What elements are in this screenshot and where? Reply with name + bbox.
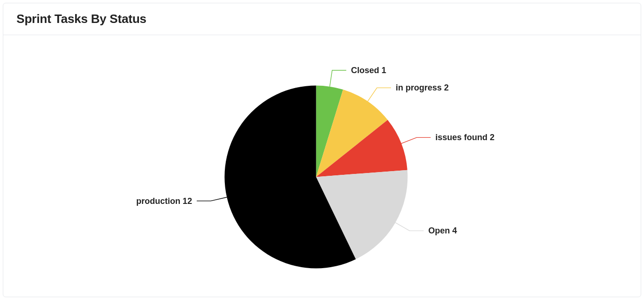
slice-label: issues found 2 [436, 133, 495, 142]
slice-label: production 12 [136, 196, 192, 206]
slice-label: in progress 2 [396, 83, 449, 92]
leader-line [401, 137, 431, 143]
leader-line [395, 223, 423, 231]
leader-line [330, 70, 346, 87]
slice-label: Closed 1 [351, 66, 386, 75]
leader-line [368, 88, 391, 101]
card-header: Sprint Tasks By Status [3, 3, 641, 35]
sprint-status-card: Sprint Tasks By Status Closed 1in progre… [3, 3, 641, 297]
leader-line [197, 197, 227, 201]
slice-label: Open 4 [429, 226, 457, 235]
card-title: Sprint Tasks By Status [16, 12, 628, 26]
pie-chart: Closed 1in progress 2issues found 2Open … [3, 35, 641, 297]
card-body: Closed 1in progress 2issues found 2Open … [3, 35, 641, 296]
